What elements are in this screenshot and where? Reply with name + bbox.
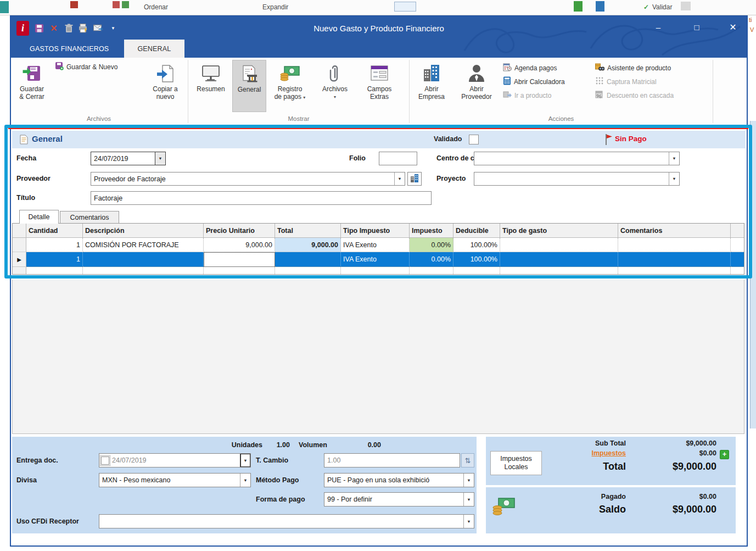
cell-deducible[interactable]: 100.00% (453, 238, 500, 252)
cell-precio-unitario[interactable]: 9,000.00 (204, 238, 275, 252)
bg-scrollbar-fragment (750, 121, 756, 428)
general-button[interactable]: General (232, 60, 266, 112)
ribbon-group-archivos: Guardar & Cerrar Guardar & Nuevo C (11, 58, 187, 125)
building-icon (410, 174, 419, 185)
abrir-empresa-button[interactable]: Abrir Empresa (411, 60, 452, 112)
tab-gastos-financieros[interactable]: GASTOS FINANCIEROS (21, 40, 117, 58)
delete-icon[interactable]: ✕ (49, 23, 59, 33)
chevron-down-icon[interactable]: ▼ (240, 474, 250, 487)
title-bar: i ✕ ▼ Nuevo Gasto y Producto Financiero … (11, 16, 747, 40)
col-comentarios: Comentarios (618, 224, 731, 238)
bg-check-icon: ✓ (643, 3, 649, 11)
cell-precio-unitario-edit[interactable] (204, 252, 275, 267)
impuestos-locales-button[interactable]: Impuestos Locales (490, 451, 542, 475)
cell-tipo-impuesto[interactable]: IVA Exento (341, 252, 410, 267)
entrega-doc-combobox[interactable]: 24/07/2019 ▼ (99, 453, 251, 467)
add-tax-button[interactable]: + (720, 450, 729, 459)
open-supplier-button[interactable] (407, 172, 422, 186)
product-assistant-icon (595, 63, 604, 73)
button-label: nuevo (156, 93, 175, 101)
cell-total[interactable]: 9,000.00 (275, 238, 341, 252)
chevron-down-icon[interactable]: ▼ (463, 515, 474, 528)
button-label: Archivos (322, 86, 348, 93)
group-separator (409, 60, 410, 123)
chevron-down-icon[interactable]: ▼ (463, 493, 474, 506)
t-cambio-input[interactable]: 1.00 (324, 453, 460, 467)
tab-comentarios[interactable]: Comentarios (60, 211, 119, 224)
guardar-nuevo-button[interactable]: Guardar & Nuevo (53, 60, 145, 74)
titulo-input[interactable]: Factoraje (91, 191, 432, 205)
close-button[interactable]: ✕ (724, 20, 742, 34)
guardar-cerrar-button[interactable]: Guardar & Cerrar (11, 60, 53, 112)
cell-tipo-de-gasto[interactable] (500, 252, 618, 267)
cell-descripcion[interactable] (83, 252, 204, 267)
mail-icon[interactable] (93, 23, 103, 33)
chevron-down-icon[interactable]: ▼ (394, 172, 405, 185)
chevron-down-icon[interactable]: ▼ (240, 454, 250, 467)
trash-icon[interactable] (64, 23, 74, 33)
form-client-area: General Validado Sin Pago Fecha 24/07/20… (11, 126, 747, 546)
grid-row-2-selected[interactable]: ▶ 1 IVA Exento 0.00% 100.00% (13, 252, 744, 267)
flag-icon (605, 134, 613, 147)
copiar-a-nuevo-button[interactable]: Copiar a nuevo (145, 60, 186, 112)
chevron-down-icon[interactable]: ▼ (669, 152, 679, 165)
registro-de-pagos-button[interactable]: Registro de pagos ▾ (266, 60, 313, 112)
resumen-button[interactable]: Resumen (189, 60, 232, 112)
titulo-value: Factoraje (91, 194, 125, 202)
minimize-button[interactable]: – (649, 20, 668, 34)
tab-detalle[interactable]: Detalle (19, 210, 59, 224)
cell-comentarios[interactable] (618, 252, 731, 267)
cell-cantidad[interactable]: 1 (26, 238, 83, 252)
cell-tipo-de-gasto[interactable] (500, 238, 618, 252)
abrir-proveedor-button[interactable]: Abrir Proveedor (452, 60, 501, 112)
centro-de-costo-combobox[interactable]: ▼ (474, 152, 680, 165)
app-logo-icon[interactable]: i (16, 21, 29, 36)
maximize-button[interactable]: □ (687, 20, 706, 34)
divisa-value: MXN - Peso mexicano (99, 476, 240, 484)
fecha-combobox[interactable]: 24/07/2019 ▼ (91, 152, 166, 165)
archivos-adjuntos-button[interactable]: Archivos ▾ (313, 60, 356, 112)
folio-input[interactable] (379, 152, 417, 165)
cell-tipo-impuesto[interactable]: IVA Exento (341, 238, 410, 252)
grid-row-1[interactable]: 1 COMISIÓN POR FACTORAJE 9,000.00 9,000.… (13, 238, 744, 252)
quick-access-more-icon[interactable]: ▼ (108, 23, 118, 33)
chevron-down-icon[interactable]: ▼ (463, 474, 474, 487)
detail-grid: Cantidad Descripción Precio Unitario Tot… (12, 223, 744, 275)
calculator-icon (503, 76, 511, 87)
asistente-de-producto-button[interactable]: Asistente de producto (593, 61, 708, 75)
entrega-doc-checkbox[interactable] (101, 457, 109, 465)
button-label: Impuestos (500, 455, 532, 463)
grid-header-row: Cantidad Descripción Precio Unitario Tot… (13, 224, 744, 238)
chevron-down-icon[interactable]: ▼ (669, 172, 679, 185)
proveedor-combobox[interactable]: Proveedor de Factoraje ▼ (91, 172, 405, 186)
tab-general[interactable]: GENERAL (124, 40, 184, 58)
impuestos-link[interactable]: Impuestos (557, 449, 626, 457)
forma-de-pago-combobox[interactable]: 99 - Por definir ▼ (324, 492, 474, 507)
save-icon[interactable] (34, 23, 44, 33)
grid-empty-row[interactable] (13, 267, 744, 274)
cell-deducible[interactable]: 100.00% (453, 252, 500, 267)
button-label: Empresa (418, 93, 445, 101)
chevron-down-icon[interactable]: ▼ (155, 152, 165, 165)
abrir-calculadora-button[interactable]: Abrir Calculadora (501, 75, 593, 88)
general-doc-icon (239, 62, 260, 86)
col-impuesto: Impuesto (410, 224, 453, 238)
print-icon[interactable] (79, 23, 88, 33)
proyecto-combobox[interactable]: ▼ (474, 172, 680, 186)
validado-checkbox[interactable] (469, 135, 479, 144)
metodo-pago-combobox[interactable]: PUE - Pago en una sola exhibició ▼ (324, 473, 474, 487)
campos-extras-button[interactable]: Campos Extras (356, 60, 402, 112)
cell-descripcion[interactable]: COMISIÓN POR FACTORAJE (83, 238, 204, 252)
general-doc-icon (20, 135, 28, 146)
cell-comentarios[interactable] (618, 238, 731, 252)
uso-cfdi-combobox[interactable]: ▼ (99, 514, 474, 528)
cell-impuesto[interactable]: 0.00% (410, 252, 453, 267)
button-label: Copiar a (153, 86, 177, 93)
divisa-combobox[interactable]: MXN - Peso mexicano ▼ (99, 473, 251, 487)
proveedor-label: Proveedor (16, 175, 51, 182)
cell-impuesto[interactable]: 0.00% (410, 238, 453, 252)
refresh-exchange-rate-button[interactable]: ⇅ (461, 453, 474, 467)
cell-cantidad[interactable]: 1 (26, 252, 83, 267)
agenda-pagos-button[interactable]: Agenda pagos (501, 61, 593, 75)
cell-total[interactable] (275, 252, 341, 267)
